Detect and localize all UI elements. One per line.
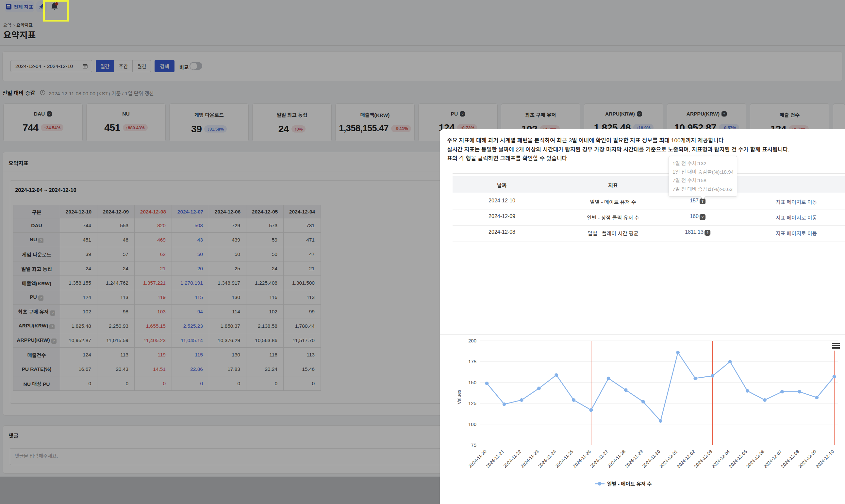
svg-text:200: 200: [468, 338, 477, 343]
svg-text:75: 75: [471, 442, 477, 448]
svg-text:2024-11-28: 2024-11-28: [606, 449, 626, 469]
svg-text:2024-11-29: 2024-11-29: [624, 449, 644, 469]
svg-text:일별 - 메이트 유저 수: 일별 - 메이트 유저 수: [607, 481, 652, 487]
svg-text:2024-12-02: 2024-12-02: [676, 449, 696, 469]
svg-text:2024-12-10: 2024-12-10: [815, 449, 835, 469]
svg-text:2024-11-30: 2024-11-30: [641, 449, 661, 469]
svg-text:2024-11-25: 2024-11-25: [554, 449, 574, 469]
svg-text:125: 125: [468, 400, 477, 406]
svg-text:2024-12-05: 2024-12-05: [728, 449, 748, 469]
svg-text:2024-11-21: 2024-11-21: [485, 449, 505, 469]
svg-text:2024-12-09: 2024-12-09: [797, 449, 817, 469]
svg-text:100: 100: [468, 421, 477, 427]
svg-text:2024-11-26: 2024-11-26: [572, 449, 592, 469]
svg-text:2024-12-07: 2024-12-07: [763, 449, 783, 469]
svg-text:175: 175: [468, 359, 477, 364]
svg-text:2024-11-24: 2024-11-24: [537, 449, 557, 469]
svg-text:2024-12-04: 2024-12-04: [710, 449, 731, 469]
svg-text:150: 150: [468, 380, 477, 385]
svg-text:2024-11-22: 2024-11-22: [502, 449, 522, 469]
svg-text:2024-11-27: 2024-11-27: [589, 449, 609, 469]
svg-text:2024-12-08: 2024-12-08: [780, 449, 800, 469]
svg-text:Values: Values: [456, 390, 462, 404]
svg-text:2024-11-20: 2024-11-20: [468, 449, 487, 469]
svg-text:2024-12-01: 2024-12-01: [658, 449, 679, 469]
svg-text:2024-11-23: 2024-11-23: [520, 449, 539, 469]
svg-text:2024-12-06: 2024-12-06: [745, 449, 765, 469]
svg-text:2024-12-03: 2024-12-03: [693, 449, 713, 469]
